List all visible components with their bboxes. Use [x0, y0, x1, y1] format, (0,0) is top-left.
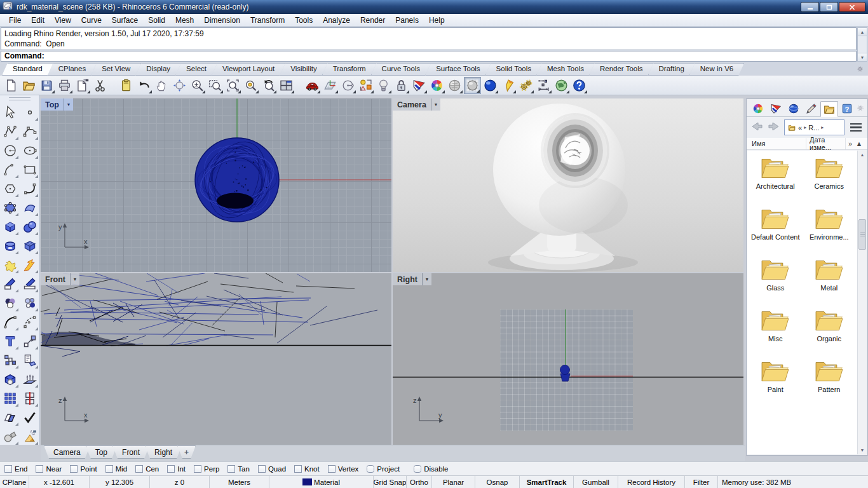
sidebar-tool-rebuild[interactable]: [21, 313, 39, 331]
viewport-menu-arrow-icon[interactable]: ▼: [422, 273, 431, 285]
toolbar-tab-solid-tools[interactable]: Solid Tools: [485, 63, 542, 76]
checkbox[interactable]: [4, 465, 12, 473]
status-cell-filter[interactable]: Filter: [685, 476, 718, 488]
folder-item[interactable]: Misc: [749, 308, 803, 343]
save-button[interactable]: [38, 77, 55, 94]
sidebar-tool-solid-cube[interactable]: [1, 370, 19, 388]
status-cell-grid-snap[interactable]: Grid Snap: [374, 476, 407, 488]
status-cell-gumball[interactable]: Gumball: [574, 476, 618, 488]
viewport-top-label[interactable]: Top ▼: [41, 98, 73, 111]
status-cell-smarttrack[interactable]: SmartTrack: [520, 476, 574, 488]
viewport-camera-label[interactable]: Camera ▼: [393, 98, 440, 111]
sidebar-tool-rectangle[interactable]: [21, 161, 39, 179]
checkbox[interactable]: [105, 465, 113, 473]
command-prompt-input[interactable]: Command:: [1, 51, 857, 62]
checkbox[interactable]: [328, 465, 336, 473]
viewport-front-label[interactable]: Front ▼: [41, 273, 79, 285]
osnap-tan[interactable]: Tan: [227, 465, 250, 473]
osnap-cen[interactable]: Cen: [135, 465, 159, 473]
toolbar-tab-new-in-v6[interactable]: New in V6: [689, 63, 744, 76]
sidebar-tool-trim[interactable]: [1, 275, 19, 293]
scrollbar-thumb[interactable]: [858, 219, 866, 250]
hamburger-menu-icon[interactable]: [848, 121, 864, 135]
menu-curve[interactable]: Curve: [76, 16, 107, 25]
checkbox[interactable]: [36, 465, 43, 473]
folder-item[interactable]: Organic: [803, 308, 857, 343]
scroll-up-icon[interactable]: ▲: [855, 140, 864, 147]
scroll-up-icon[interactable]: ▲: [858, 151, 867, 159]
command-history[interactable]: Loading Rhino Render, version 1.50, Jul …: [1, 27, 857, 50]
render-button[interactable]: [482, 77, 499, 94]
folder-item[interactable]: Metal: [803, 257, 857, 292]
minimize-button[interactable]: [801, 2, 819, 12]
toolbar-tab-standard[interactable]: Standard: [2, 63, 53, 76]
sidebar-tool-circle[interactable]: [1, 142, 19, 159]
object-display-button[interactable]: [357, 77, 374, 94]
osnap-perp[interactable]: Perp: [194, 465, 219, 473]
viewport-menu-arrow-icon[interactable]: ▼: [431, 98, 440, 111]
zoom-selected-button[interactable]: [242, 77, 259, 94]
forward-arrow-icon[interactable]: [767, 120, 781, 135]
sidebar-tool-control-point-curve[interactable]: [21, 123, 39, 140]
sidebar-tool-spheres[interactable]: [21, 218, 39, 236]
osnap-end[interactable]: End: [4, 465, 27, 473]
status-cell-material[interactable]: Material: [269, 476, 374, 488]
zoom-extents-button[interactable]: [224, 77, 241, 94]
menu-dimension[interactable]: Dimension: [199, 16, 245, 25]
toolbar-tab-viewport-layout[interactable]: Viewport Layout: [212, 63, 285, 76]
breadcrumb-current[interactable]: R...: [808, 124, 819, 132]
osnap-vertex[interactable]: Vertex: [328, 465, 359, 473]
sidebar-tool-box[interactable]: [1, 218, 19, 236]
pan-button[interactable]: [153, 77, 170, 94]
sidebar-tool-make2d[interactable]: [21, 351, 39, 369]
viewport-page-tab-right[interactable]: Right: [145, 445, 182, 459]
viewport-menu-arrow-icon[interactable]: ▼: [64, 98, 73, 111]
viewport-page-tab-camera[interactable]: Camera: [44, 445, 90, 459]
sidebar-tool-cylinder[interactable]: [1, 237, 19, 255]
cut-button[interactable]: [92, 77, 109, 94]
panel-tab-panel-help[interactable]: ?: [838, 100, 856, 116]
osnap-mid[interactable]: Mid: [105, 465, 128, 473]
cplane-button[interactable]: [322, 77, 339, 94]
toolbar-tab-cplanes[interactable]: CPlanes: [48, 63, 97, 76]
folder-item[interactable]: Pattern: [803, 359, 857, 394]
toolbar-tab-transform[interactable]: Transform: [322, 63, 377, 76]
sidebar-tool-curve-handle[interactable]: [21, 180, 39, 198]
toolbar-tab-visibility[interactable]: Visibility: [280, 63, 327, 76]
menu-render[interactable]: Render: [355, 16, 390, 25]
panel-gear-icon[interactable]: [856, 104, 865, 115]
command-scrollbar[interactable]: ▲ ▼: [857, 27, 867, 62]
sidebar-tool-arc[interactable]: [1, 161, 19, 179]
menu-mesh[interactable]: Mesh: [170, 16, 199, 25]
status-cell-record-history[interactable]: Record History: [618, 476, 685, 488]
scroll-down-icon[interactable]: ▼: [858, 446, 867, 454]
checkbox[interactable]: [70, 465, 78, 473]
scroll-up-icon[interactable]: ▲: [858, 28, 867, 36]
osnap-disable[interactable]: Disable: [414, 465, 448, 473]
sidebar-tool-polyline[interactable]: [1, 123, 19, 140]
checkbox[interactable]: [135, 465, 143, 473]
status-cell-cplane[interactable]: CPlane: [0, 476, 29, 488]
scroll-down-icon[interactable]: ▼: [858, 53, 867, 61]
osnap-point[interactable]: Point: [70, 465, 97, 473]
sidebar-tool-blocks[interactable]: [1, 351, 19, 369]
paste-button[interactable]: [118, 77, 135, 94]
sidebar-tool-point[interactable]: [21, 104, 39, 121]
panel-tab-file-browser[interactable]: [820, 101, 838, 117]
toolbar-tab-curve-tools[interactable]: Curve Tools: [371, 63, 431, 76]
folder-item[interactable]: Architectural: [749, 156, 803, 191]
sidebar-tool-polygon[interactable]: [1, 180, 19, 198]
sidebar-tool-section[interactable]: [21, 390, 39, 407]
zoom-window-button[interactable]: [207, 77, 224, 94]
sidebar-tool-point-cloud[interactable]: [21, 294, 39, 312]
named-view-car-button[interactable]: [304, 77, 321, 94]
viewport-layout-button[interactable]: [278, 77, 295, 94]
sidebar-tool-layers[interactable]: [1, 409, 19, 426]
light-button[interactable]: [375, 77, 392, 94]
menu-tools[interactable]: Tools: [290, 16, 318, 25]
sidebar-tool-check[interactable]: [21, 409, 39, 426]
menu-analyze[interactable]: Analyze: [318, 16, 355, 25]
menu-transform[interactable]: Transform: [245, 16, 290, 25]
viewport-front[interactable]: Front ▼ zx: [41, 273, 391, 445]
viewport-right-label[interactable]: Right ▼: [393, 273, 431, 285]
